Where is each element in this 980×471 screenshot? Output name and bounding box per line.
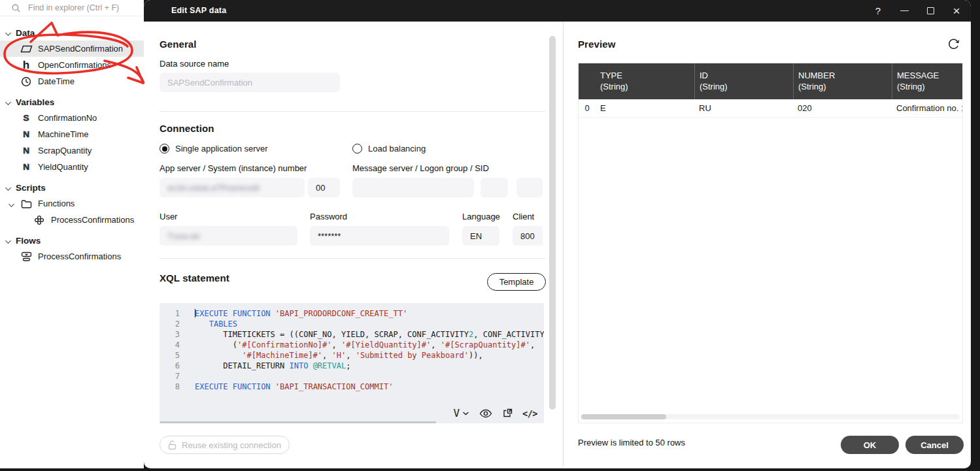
code-view-button[interactable]: </> bbox=[522, 408, 537, 419]
close-button[interactable]: × bbox=[945, 0, 968, 22]
template-button[interactable]: Template bbox=[487, 273, 546, 291]
sidebar-item-sapsendconfirmation[interactable]: SAPSendConfirmation bbox=[0, 41, 144, 57]
sid-input[interactable] bbox=[516, 178, 543, 197]
sidebar-item-machinetime[interactable]: N MachineTime bbox=[0, 126, 144, 142]
code-line: TIMETICKETS = ((CONF_NO, YIELD, SCRAP, C… bbox=[195, 329, 544, 340]
column-header-number[interactable]: NUMBER(String) bbox=[793, 63, 892, 99]
minimize-button[interactable] bbox=[893, 0, 915, 22]
code-token: , bbox=[530, 340, 535, 349]
preview-table[interactable]: TYPE(String)ID(String)NUMBER(String)MESS… bbox=[578, 63, 963, 423]
message-server-label: Message server / Logon group / SID bbox=[352, 163, 489, 173]
sidebar-item-openconfirmations[interactable]: h OpenConfirmations bbox=[0, 57, 144, 73]
number-icon: N bbox=[20, 162, 33, 172]
section-data[interactable]: Data bbox=[0, 25, 144, 41]
preview-heading: Preview bbox=[578, 39, 615, 50]
refresh-icon bbox=[947, 37, 961, 52]
preview-table-header: TYPE(String)ID(String)NUMBER(String)MESS… bbox=[579, 63, 963, 99]
column-header-index[interactable] bbox=[579, 63, 596, 99]
minimize-icon bbox=[900, 10, 909, 12]
code-token bbox=[308, 361, 313, 370]
column-header-id[interactable]: ID(String) bbox=[694, 63, 793, 99]
user-label: User bbox=[160, 212, 177, 221]
help-button[interactable]: ? bbox=[867, 0, 889, 22]
code-lines: EXECUTE FUNCTION 'BAPI_PRODORDCONF_CREAT… bbox=[195, 308, 544, 392]
sidebar-item-confirmationno[interactable]: S ConfirmationNo bbox=[0, 110, 144, 126]
table-cell: Confirmation no. 123 bbox=[892, 103, 963, 113]
code-token: INTO bbox=[290, 361, 309, 370]
xql-code-editor[interactable]: 12345678 EXECUTE FUNCTION 'BAPI_PRODORDC… bbox=[160, 303, 544, 423]
scrollbar-thumb[interactable] bbox=[581, 414, 666, 419]
preview-horizontal-scrollbar[interactable] bbox=[581, 414, 960, 419]
code-line: EXECUTE FUNCTION 'BAPI_PRODORDCONF_CREAT… bbox=[195, 308, 544, 319]
code-token: 'BAPI_TRANSACTION_COMMIT' bbox=[275, 382, 394, 391]
preview-eye-button[interactable] bbox=[479, 409, 492, 418]
chevron-down-icon[interactable] bbox=[6, 238, 11, 243]
code-line: '#[MachineTime]#', 'H', 'Submitted by Pe… bbox=[195, 350, 544, 361]
cancel-button[interactable]: Cancel bbox=[905, 436, 964, 454]
sidebar-item-functions[interactable]: Functions bbox=[0, 195, 144, 212]
maximize-button[interactable] bbox=[919, 0, 941, 22]
chevron-down-icon[interactable] bbox=[9, 201, 14, 206]
search-placeholder: Find in explorer (Ctrl + F) bbox=[28, 3, 119, 12]
refresh-button[interactable] bbox=[947, 37, 961, 52]
explorer-sidebar: Find in explorer (Ctrl + F) Data SAPSend… bbox=[0, 0, 144, 468]
line-number: 6 bbox=[160, 361, 190, 371]
settings-vertical-scrollbar[interactable] bbox=[549, 36, 556, 410]
line-number: 7 bbox=[160, 371, 190, 382]
connection-heading: Connection bbox=[160, 123, 214, 134]
code-token: 'Submitted by Peakboard' bbox=[356, 351, 469, 360]
validate-button[interactable]: V bbox=[453, 408, 469, 419]
ok-button[interactable]: OK bbox=[841, 436, 899, 454]
column-header-type[interactable]: TYPE(String) bbox=[596, 63, 694, 99]
reuse-connection-button[interactable]: Reuse existing connection bbox=[160, 436, 290, 454]
code-horizontal-scrollbar[interactable] bbox=[160, 421, 436, 424]
message-server-input[interactable] bbox=[352, 178, 474, 197]
open-external-button[interactable] bbox=[502, 408, 513, 419]
sidebar-item-datetime[interactable]: DateTime bbox=[0, 73, 144, 89]
logon-group-input[interactable] bbox=[481, 178, 508, 197]
section-variables[interactable]: Variables bbox=[0, 94, 144, 110]
client-input[interactable]: 800 bbox=[513, 226, 543, 246]
chevron-down-icon[interactable] bbox=[6, 30, 11, 35]
chevron-down-icon[interactable] bbox=[6, 99, 11, 105]
instance-number-input[interactable]: 00 bbox=[308, 178, 340, 197]
language-input[interactable]: EN bbox=[462, 226, 499, 246]
section-scripts[interactable]: Scripts bbox=[0, 180, 144, 195]
general-heading: General bbox=[160, 39, 197, 50]
code-token: 'BAPI_PRODORDCONF_CREATE_TT' bbox=[275, 309, 407, 318]
number-icon: N bbox=[20, 146, 33, 155]
code-token: TABLES bbox=[209, 319, 237, 329]
section-flows[interactable]: Flows bbox=[0, 233, 144, 248]
explorer-search[interactable]: Find in explorer (Ctrl + F) bbox=[0, 0, 144, 16]
table-row[interactable]: 0ERU020Confirmation no. 123 bbox=[579, 99, 963, 118]
sidebar-item-scrapquantity[interactable]: N ScrapQuantity bbox=[0, 142, 144, 159]
app-server-input[interactable]: ec34.sxbat.a7Pcwrecutti bbox=[160, 178, 305, 197]
line-number: 1 bbox=[160, 308, 190, 319]
sidebar-item-processconfirmations-flow[interactable]: ProcessConfirmations bbox=[0, 248, 144, 265]
radio-single-application-server[interactable]: Single application server bbox=[160, 144, 268, 154]
language-label: Language bbox=[462, 212, 500, 221]
chevron-down-icon[interactable] bbox=[6, 185, 11, 190]
open-external-icon bbox=[502, 408, 513, 419]
search-icon bbox=[9, 4, 22, 12]
password-label: Password bbox=[310, 212, 347, 221]
hub-icon: h bbox=[20, 59, 33, 72]
sidebar-item-processconfirmations-script[interactable]: ProcessConfirmations bbox=[0, 212, 144, 228]
radio-load-balancing[interactable]: Load balancing bbox=[352, 144, 426, 154]
code-token bbox=[195, 319, 209, 329]
code-token: )), bbox=[469, 351, 483, 360]
app-server-label: App server / System (instance) number bbox=[160, 163, 307, 173]
code-token: , bbox=[431, 340, 440, 349]
user-input[interactable]: Tnxw.ski bbox=[160, 226, 297, 246]
column-header-message[interactable]: MESSAGE(String) bbox=[892, 63, 963, 99]
preview-pane: Preview TYPE(String)ID(String)NUMBER(Str… bbox=[564, 22, 971, 468]
code-token: '#[MachineTime]#' bbox=[242, 351, 322, 360]
data-source-name-input[interactable]: SAPSendConfirmation bbox=[160, 73, 340, 92]
code-token: ( bbox=[195, 340, 237, 349]
number-icon: N bbox=[20, 129, 33, 139]
password-input[interactable]: ******* bbox=[310, 226, 449, 246]
sidebar-item-yieldquantity[interactable]: N YieldQuantity bbox=[0, 159, 144, 175]
xql-heading: XQL statement bbox=[160, 272, 229, 284]
table-cell: 020 bbox=[793, 103, 892, 113]
edit-sap-data-dialog: Edit SAP data ? × General Data source na… bbox=[144, 0, 971, 468]
